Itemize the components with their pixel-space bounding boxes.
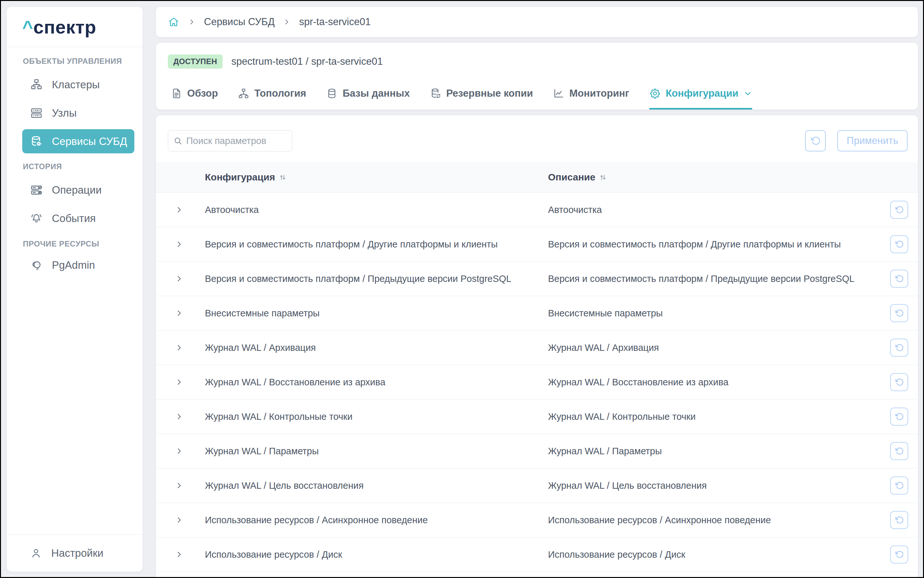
table-row[interactable]: Использование ресурсов / Асинхронное пов… — [156, 503, 918, 537]
config-cell: Журнал WAL / Архивация — [205, 343, 548, 353]
service-status-row: ДОСТУПЕН spectrum-test01 / spr-ta-servic… — [168, 54, 383, 69]
expand-chevron-icon[interactable] — [175, 412, 184, 421]
service-name: spectrum-test01 / spr-ta-service01 — [231, 56, 383, 67]
tab-overview[interactable]: Обзор — [171, 77, 218, 110]
tab-configurations[interactable]: Конфигурации — [649, 77, 752, 110]
description-cell: Журнал WAL / Восстановление из архива — [548, 377, 880, 388]
sidebar-nav: ОБЪЕКТЫ УПРАВЛЕНИЯ Кластеры Узлы Сервисы… — [7, 47, 143, 572]
tab-label: Резервные копии — [446, 88, 533, 99]
row-reset-button[interactable] — [890, 408, 908, 425]
gear-icon — [649, 88, 661, 99]
tab-topology[interactable]: Топология — [238, 77, 306, 110]
sidebar-item-label: Узлы — [52, 107, 77, 119]
row-reset-button[interactable] — [890, 270, 908, 288]
sidebar-section-other-resources: ПРОЧИЕ РЕСУРСЫ — [7, 237, 143, 251]
service-header-card: ДОСТУПЕН spectrum-test01 / spr-ta-servic… — [156, 43, 918, 110]
sort-icon[interactable] — [599, 173, 607, 182]
row-reset-button[interactable] — [890, 511, 908, 529]
chevron-right-icon — [188, 18, 196, 26]
breadcrumb-item-current: spr-ta-service01 — [299, 16, 370, 28]
description-cell: Версия и совместимость платформ / Предыд… — [548, 274, 880, 284]
search-input[interactable] — [186, 136, 283, 146]
row-reset-button[interactable] — [890, 373, 908, 391]
search-icon — [173, 136, 182, 145]
expand-chevron-icon[interactable] — [175, 516, 184, 524]
table-row[interactable]: Использование ресурсов / Диск Использова… — [156, 537, 918, 572]
description-cell: Журнал WAL / Параметры — [548, 446, 880, 456]
description-cell: Использование ресурсов / Диск — [548, 549, 880, 560]
column-header-config[interactable]: Конфигурация — [205, 172, 548, 183]
sidebar-item-operations[interactable]: Операции — [22, 178, 134, 202]
tab-label: Мониторинг — [569, 88, 629, 99]
database-icon — [326, 88, 338, 99]
tab-monitoring[interactable]: Мониторинг — [553, 77, 629, 110]
table-row[interactable]: Журнал WAL / Параметры Журнал WAL / Пара… — [156, 434, 918, 468]
table-header: Конфигурация Описание — [156, 162, 918, 193]
rotate-ccw-icon — [895, 343, 903, 352]
tab-backups[interactable]: Резервные копии — [430, 77, 533, 110]
topology-icon — [238, 88, 249, 99]
sidebar-item-settings[interactable]: Настройки — [7, 547, 143, 559]
configurations-panel: Применить Конфигурация Описание Автоочис… — [156, 115, 918, 578]
row-reset-button[interactable] — [890, 304, 908, 322]
table-row[interactable]: Журнал WAL / Архивация Журнал WAL / Архи… — [156, 331, 918, 365]
chevron-right-icon — [283, 18, 291, 26]
column-header-label: Конфигурация — [205, 172, 275, 183]
reset-all-button[interactable] — [805, 130, 826, 151]
rotate-ccw-icon — [895, 206, 903, 214]
rotate-ccw-icon — [895, 516, 903, 524]
column-header-description[interactable]: Описание — [548, 172, 880, 183]
sidebar-item-clusters[interactable]: Кластеры — [22, 73, 134, 97]
row-reset-button[interactable] — [890, 546, 908, 563]
table-row[interactable]: Внесистемные параметры Внесистемные пара… — [156, 296, 918, 331]
description-cell: Внесистемные параметры — [548, 308, 880, 319]
expand-chevron-icon[interactable] — [175, 343, 184, 352]
expand-chevron-icon[interactable] — [175, 378, 184, 386]
table-row[interactable]: Версия и совместимость платформ / Предыд… — [156, 261, 918, 296]
expand-chevron-icon[interactable] — [175, 206, 184, 214]
table-row[interactable]: Журнал WAL / Восстановление из архива Жу… — [156, 365, 918, 399]
operations-list-icon — [30, 183, 43, 196]
rotate-ccw-icon — [895, 412, 903, 421]
home-icon[interactable] — [168, 16, 179, 28]
rotate-ccw-icon — [895, 447, 903, 455]
description-cell: Журнал WAL / Цель восстановления — [548, 481, 880, 491]
expand-chevron-icon[interactable] — [175, 481, 184, 490]
apply-button[interactable]: Применить — [837, 130, 908, 151]
sidebar-item-nodes[interactable]: Узлы — [22, 101, 134, 125]
expand-chevron-icon[interactable] — [175, 274, 184, 283]
rotate-ccw-icon — [895, 274, 903, 283]
database-gear-icon — [30, 135, 43, 148]
table-row[interactable]: Журнал WAL / Контрольные точки Журнал WA… — [156, 399, 918, 434]
row-reset-button[interactable] — [890, 442, 908, 460]
rotate-ccw-icon — [895, 378, 903, 386]
rotate-ccw-icon — [810, 136, 820, 146]
description-cell: Использование ресурсов / Асинхронное пов… — [548, 515, 880, 526]
row-reset-button[interactable] — [890, 339, 908, 357]
table-row[interactable]: Автоочистка Автоочистка — [156, 193, 918, 227]
config-cell: Журнал WAL / Контрольные точки — [205, 411, 548, 422]
row-reset-button[interactable] — [890, 477, 908, 495]
config-cell: Журнал WAL / Параметры — [205, 446, 548, 456]
expand-chevron-icon[interactable] — [175, 240, 184, 248]
sort-icon[interactable] — [278, 173, 287, 182]
elephant-icon — [30, 259, 43, 271]
monitoring-chart-icon — [553, 88, 564, 99]
servers-icon — [30, 107, 43, 120]
table-row[interactable]: Журнал WAL / Цель восстановления Журнал … — [156, 468, 918, 503]
table-row[interactable]: Версия и совместимость платформ / Другие… — [156, 227, 918, 261]
expand-chevron-icon[interactable] — [175, 447, 184, 455]
sidebar-item-pgadmin[interactable]: PgAdmin — [22, 253, 134, 277]
row-reset-button[interactable] — [890, 235, 908, 253]
database-sync-icon — [430, 88, 442, 99]
expand-chevron-icon[interactable] — [175, 550, 184, 559]
expand-chevron-icon[interactable] — [175, 309, 184, 317]
sidebar-item-dbms-services[interactable]: Сервисы СУБД — [22, 129, 134, 153]
sidebar-item-events[interactable]: События — [22, 206, 134, 231]
tab-databases[interactable]: Базы данных — [326, 77, 409, 110]
row-reset-button[interactable] — [890, 201, 908, 219]
breadcrumb-item-services[interactable]: Сервисы СУБД — [204, 16, 274, 28]
chevron-down-icon — [743, 89, 752, 98]
description-cell: Автоочистка — [548, 205, 880, 215]
sidebar-section-objects: ОБЪЕКТЫ УПРАВЛЕНИЯ — [7, 54, 143, 68]
